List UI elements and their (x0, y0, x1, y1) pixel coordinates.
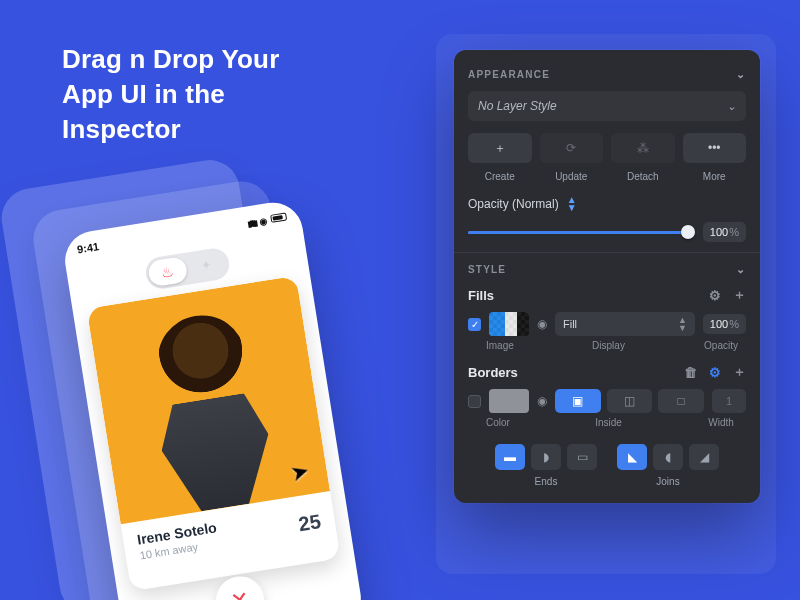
appearance-section-header[interactable]: APPEARANCE ⌄ (468, 68, 746, 81)
opacity-stepper[interactable]: ▲▼ (567, 196, 577, 212)
opacity-value-box[interactable]: 100% (703, 222, 746, 242)
fill-opacity-label: Opacity (696, 340, 746, 351)
slider-fill (468, 231, 695, 234)
visibility-icon[interactable]: ◉ (537, 317, 547, 331)
headline-line-1: Drag n Drop Your (62, 42, 279, 77)
mode-toggle[interactable]: ♨ ✦ (144, 246, 232, 291)
border-width-input[interactable]: 1 (712, 389, 746, 413)
more-label: More (683, 171, 747, 182)
update-button[interactable]: ⟳ (540, 133, 604, 163)
headline-line-2: App UI in the (62, 77, 279, 112)
update-label: Update (540, 171, 604, 182)
percent-icon: % (729, 226, 739, 238)
join-round[interactable]: ◖ (653, 444, 683, 470)
detach-button[interactable]: ⁂ (611, 133, 675, 163)
border-color-label: Color (468, 417, 521, 428)
profile-age: 25 (297, 510, 323, 536)
layer-style-value: No Layer Style (478, 99, 557, 113)
more-button[interactable]: ••• (683, 133, 747, 163)
end-butt[interactable]: ▬ (495, 444, 525, 470)
opacity-control: Opacity (Normal) ▲▼ (468, 196, 746, 212)
wifi-icon (258, 214, 268, 227)
chevron-down-icon: ⌄ (727, 100, 736, 113)
divider (454, 252, 760, 253)
more-icon: ••• (708, 141, 721, 155)
mode-toggle-inactive[interactable]: ✦ (185, 256, 227, 276)
profile-photo: ➤ (87, 276, 330, 524)
join-miter[interactable]: ◣ (617, 444, 647, 470)
layer-style-select[interactable]: No Layer Style ⌄ (468, 91, 746, 121)
fill-swatch[interactable] (489, 312, 529, 336)
add-border-button[interactable]: ＋ (733, 363, 746, 381)
headline-line-3: Inspector (62, 112, 279, 147)
cursor-icon: ➤ (287, 457, 312, 487)
create-button[interactable]: ＋ (468, 133, 532, 163)
gear-icon[interactable]: ⚙ (709, 288, 721, 303)
updown-icon: ▲▼ (678, 316, 687, 332)
fill-opacity-box[interactable]: 100% (703, 314, 746, 334)
fill-display-select[interactable]: Fill ▲▼ (555, 312, 695, 336)
battery-icon (270, 212, 287, 222)
fills-title: Fills (468, 288, 494, 303)
detach-label: Detach (611, 171, 675, 182)
visibility-icon[interactable]: ◉ (537, 394, 547, 408)
borders-header: Borders 🗑 ⚙ ＋ (468, 363, 746, 381)
status-indicators (246, 210, 287, 228)
trash-icon[interactable]: 🗑 (684, 365, 697, 380)
add-fill-button[interactable]: ＋ (733, 286, 746, 304)
end-round[interactable]: ◗ (531, 444, 561, 470)
headline: Drag n Drop Your App UI in the Inspector (62, 42, 279, 147)
border-width-value: 1 (726, 395, 732, 407)
fill-enabled-checkbox[interactable]: ✓ (468, 318, 481, 331)
refresh-icon: ⟳ (566, 141, 576, 155)
border-color-swatch[interactable] (489, 389, 529, 413)
create-label: Create (468, 171, 532, 182)
fill-display-label: Display (529, 340, 688, 351)
ends-group: ▬ ◗ ▭ Ends (495, 444, 597, 487)
style-title: STYLE (468, 264, 506, 275)
fill-display-value: Fill (563, 318, 577, 330)
profile-card[interactable]: ➤ Irene Sotelo 10 km away 25 (87, 276, 341, 592)
appearance-title: APPEARANCE (468, 69, 550, 80)
style-section-header[interactable]: STYLE ⌄ (468, 263, 746, 276)
percent-icon: % (729, 318, 739, 330)
status-time: 9:41 (76, 240, 100, 255)
close-icon: ✕ (229, 586, 251, 600)
fill-row: ✓ ◉ Fill ▲▼ 100% (468, 312, 746, 336)
border-position-select: ▣ ◫ □ (555, 389, 704, 413)
mode-toggle-active[interactable]: ♨ (147, 256, 189, 288)
chevron-down-icon: ⌄ (736, 68, 746, 81)
border-position-label: Inside (529, 417, 688, 428)
chevron-down-icon: ⌄ (736, 263, 746, 276)
plus-icon: ＋ (494, 140, 506, 157)
flame-icon: ♨ (160, 263, 175, 281)
border-width-label: Width (696, 417, 746, 428)
opacity-label: Opacity (Normal) (468, 197, 559, 211)
border-enabled-checkbox[interactable]: ✓ (468, 395, 481, 408)
gear-icon[interactable]: ⚙ (709, 365, 721, 380)
joins-label: Joins (656, 476, 679, 487)
phone-stack: 9:41 ♨ ✦ ➤ Irene Sotelo 10 km away (0, 140, 421, 600)
fill-image-label: Image (468, 340, 521, 351)
signal-icon (246, 215, 256, 228)
ends-label: Ends (535, 476, 558, 487)
border-row: ✓ ◉ ▣ ◫ □ 1 (468, 389, 746, 413)
border-position-center[interactable]: ◫ (607, 389, 653, 413)
unlink-icon: ⁂ (637, 141, 649, 155)
opacity-value: 100 (710, 226, 728, 238)
ends-joins-row: ▬ ◗ ▭ Ends ◣ ◖ ◢ Joins (468, 444, 746, 487)
border-position-outside[interactable]: □ (658, 389, 704, 413)
end-square[interactable]: ▭ (567, 444, 597, 470)
fills-header: Fills ⚙ ＋ (468, 286, 746, 304)
fill-opacity-value: 100 (710, 318, 728, 330)
join-bevel[interactable]: ◢ (689, 444, 719, 470)
joins-group: ◣ ◖ ◢ Joins (617, 444, 719, 487)
sparkle-icon: ✦ (200, 258, 212, 273)
inspector-panel: APPEARANCE ⌄ No Layer Style ⌄ ＋ ⟳ ⁂ ••• … (454, 50, 760, 503)
slider-thumb[interactable] (681, 225, 695, 239)
borders-title: Borders (468, 365, 518, 380)
border-position-inside[interactable]: ▣ (555, 389, 601, 413)
opacity-slider[interactable] (468, 223, 695, 241)
